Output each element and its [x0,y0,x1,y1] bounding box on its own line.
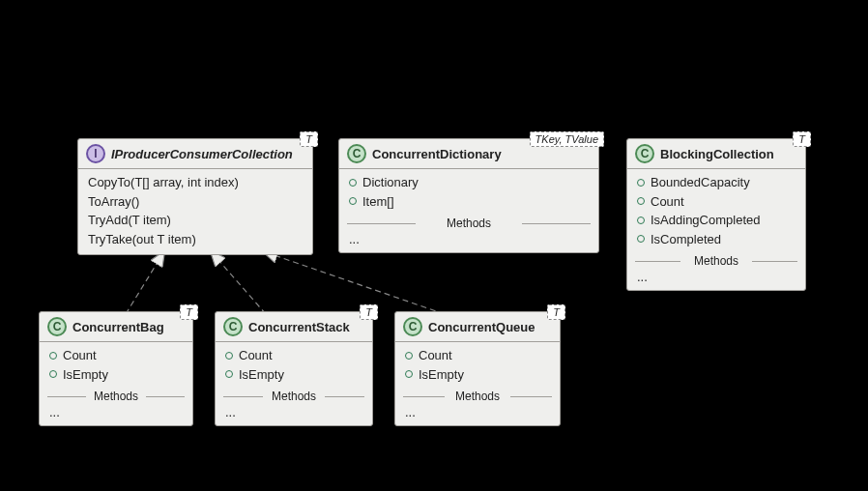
methods-section-label: Methods [47,390,185,403]
class-name: ConcurrentQueue [428,320,552,334]
uml-class-concurrentstack: T C ConcurrentStack Count IsEmpty Method… [215,311,373,426]
type-parameter-badge: T [300,131,318,147]
uml-class-blockingcollection: T C BlockingCollection BoundedCapacity C… [626,138,806,291]
visibility-public-icon [225,352,233,360]
visibility-public-icon [49,352,57,360]
property-list: Dictionary Item[] [339,169,598,217]
uml-header: C ConcurrentStack [216,312,372,341]
method-item: ToArray() [88,192,303,212]
methods-section-label: Methods [347,217,591,230]
class-icon: C [403,317,422,336]
property-item: Item[] [349,192,589,212]
methods-section-label: Methods [403,390,552,403]
uml-class-concurrentbag: T C ConcurrentBag Count IsEmpty Methods … [39,311,193,426]
visibility-public-icon [349,197,357,205]
ellipsis: ... [216,403,372,425]
type-parameter-badge: T [180,304,198,320]
visibility-public-icon [637,217,645,224]
property-item: BoundedCapacity [637,173,796,192]
uml-class-concurrentdictionary: TKey, TValue C ConcurrentDictionary Dict… [338,138,599,253]
uml-header: C ConcurrentBag [40,312,192,341]
visibility-public-icon [225,370,233,378]
property-list: Count IsEmpty [40,342,192,390]
ellipsis: ... [339,230,598,252]
class-name: ConcurrentBag [72,320,185,334]
property-item: Count [49,346,183,365]
property-item: Dictionary [349,173,589,192]
class-icon: C [347,144,366,163]
property-item: Count [225,346,362,365]
property-list: Count IsEmpty [216,342,372,390]
svg-line-2 [263,251,445,314]
visibility-public-icon [637,179,645,187]
interface-icon: I [86,144,105,163]
visibility-public-icon [405,370,413,378]
type-parameter-badge: T [360,304,378,320]
method-item: CopyTo(T[] array, int index) [88,173,303,192]
svg-line-1 [211,251,266,314]
class-icon: C [635,144,654,163]
class-icon: C [47,317,67,336]
method-item: TryTake(out T item) [88,230,303,249]
uml-header: C BlockingCollection [627,139,805,168]
property-item: IsEmpty [405,365,550,385]
visibility-public-icon [637,197,645,205]
uml-header: C ConcurrentQueue [395,312,560,341]
ellipsis: ... [40,403,192,425]
method-list: CopyTo(T[] array, int index) ToArray() T… [78,169,312,254]
property-item: IsAddingCompleted [637,211,796,230]
property-item: Count [637,192,796,212]
visibility-public-icon [405,352,413,360]
type-parameter-badge: T [547,304,565,320]
property-item: IsEmpty [225,365,362,385]
class-name: ConcurrentDictionary [372,147,591,161]
methods-section-label: Methods [223,390,364,403]
ellipsis: ... [395,403,560,425]
ellipsis: ... [627,268,805,290]
class-name: BlockingCollection [660,147,797,161]
visibility-public-icon [637,235,645,243]
uml-header: I IProducerConsumerCollection [78,139,312,168]
type-parameter-badge: T [793,131,811,147]
class-icon: C [223,317,243,336]
property-list: Count IsEmpty [395,342,560,390]
property-item: IsCompleted [637,230,796,249]
uml-interface-iproducerconsumercollection: T I IProducerConsumerCollection CopyTo(T… [77,138,313,255]
method-item: TryAdd(T item) [88,211,303,230]
uml-class-concurrentqueue: T C ConcurrentQueue Count IsEmpty Method… [394,311,561,426]
visibility-public-icon [349,179,357,187]
methods-section-label: Methods [635,254,797,268]
visibility-public-icon [49,370,57,378]
class-name: ConcurrentStack [248,320,364,334]
interface-name: IProducerConsumerCollection [111,147,304,161]
type-parameter-badge: TKey, TValue [530,131,604,147]
property-item: Count [405,346,550,365]
property-item: IsEmpty [49,365,183,385]
svg-line-0 [126,251,164,314]
property-list: BoundedCapacity Count IsAddingCompleted … [627,169,805,254]
